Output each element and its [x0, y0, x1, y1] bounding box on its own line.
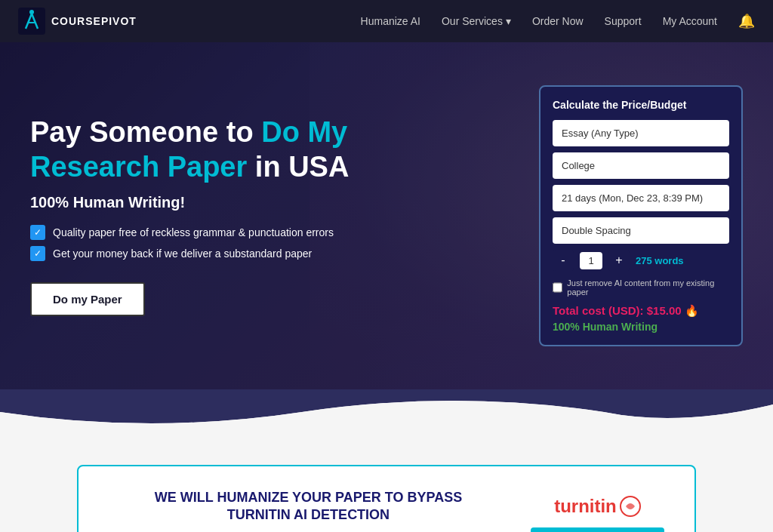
hero-title-part1: Pay Someone to: [30, 116, 261, 148]
decrease-pages-button[interactable]: -: [553, 250, 574, 271]
check-item-1: ✓ Quality paper free of reckless grammar…: [30, 225, 393, 240]
do-my-paper-button[interactable]: Do my Paper: [30, 282, 145, 316]
checkmark-icon-2: ✓: [30, 246, 45, 261]
chevron-down-icon: ▾: [506, 15, 511, 27]
words-count-label: 275 words: [636, 255, 684, 266]
turnitin-logo: turnitin: [554, 496, 641, 517]
checkmark-icon-1: ✓: [30, 225, 45, 240]
nav-our-services[interactable]: Our Services ▾: [442, 15, 511, 27]
humanize-heading: WE WILL HUMANIZE YOUR PAPER TO BYPASS TU…: [109, 489, 508, 524]
price-calculator: Calculate the Price/Budget Essay (Any Ty…: [539, 85, 743, 346]
logo-icon: [18, 8, 45, 35]
humanize-text-block: WE WILL HUMANIZE YOUR PAPER TO BYPASS TU…: [109, 489, 508, 532]
nav-my-account[interactable]: My Account: [663, 15, 717, 27]
nav-links: Humanize AI Our Services ▾ Order Now Sup…: [361, 13, 755, 29]
navbar: COURSEPIVOT Humanize AI Our Services ▾ O…: [0, 0, 773, 42]
ai-removal-checkbox-row: Just remove AI content from my existing …: [553, 278, 729, 297]
hero-text-block: Pay Someone to Do My Research Paper in U…: [30, 115, 393, 315]
hero-checks-list: ✓ Quality paper free of reckless grammar…: [30, 225, 393, 261]
humanize-action-block: turnitin Humanize my Paper: [531, 496, 664, 532]
total-cost-display: Total cost (USD): $15.00 🔥: [553, 304, 729, 318]
page-counter-row: - 1 + 275 words: [553, 250, 729, 271]
calc-title: Calculate the Price/Budget: [553, 99, 729, 111]
nav-order-now[interactable]: Order Now: [532, 15, 584, 27]
ai-removal-label: Just remove AI content from my existing …: [567, 278, 729, 297]
notification-bell-icon[interactable]: 🔔: [738, 13, 755, 29]
spacing-field[interactable]: Double Spacing: [553, 217, 729, 244]
academic-level-field[interactable]: College: [553, 152, 729, 179]
wave-divider: [0, 389, 773, 435]
deadline-field[interactable]: 21 days (Mon, Dec 23, 8:39 PM): [553, 185, 729, 211]
hero-title: Pay Someone to Do My Research Paper in U…: [30, 115, 393, 184]
logo[interactable]: COURSEPIVOT: [18, 8, 137, 35]
turnitin-brand-text: turnitin: [554, 496, 617, 517]
hero-section: Pay Someone to Do My Research Paper in U…: [0, 42, 773, 389]
human-writing-label: 100% Human Writing: [553, 321, 729, 333]
ai-removal-checkbox[interactable]: [553, 282, 562, 293]
check-text-1: Quality paper free of reckless grammar &…: [53, 226, 334, 238]
nav-humanize-ai[interactable]: Humanize AI: [361, 15, 420, 27]
hero-content: Pay Someone to Do My Research Paper in U…: [0, 48, 773, 384]
check-item-2: ✓ Get your money back if we deliver a su…: [30, 246, 393, 261]
turnitin-icon: [620, 496, 641, 517]
hero-subtitle: 100% Human Writing!: [30, 194, 393, 211]
hero-title-part2: in USA: [247, 151, 349, 183]
page-count-value: 1: [580, 252, 602, 269]
nav-support[interactable]: Support: [605, 15, 642, 27]
humanize-card: WE WILL HUMANIZE YOUR PAPER TO BYPASS TU…: [77, 465, 696, 532]
humanize-my-paper-button[interactable]: Humanize my Paper: [531, 527, 664, 532]
bottom-section: WE WILL HUMANIZE YOUR PAPER TO BYPASS TU…: [0, 435, 773, 532]
check-text-2: Get your money back if we deliver a subs…: [53, 248, 312, 260]
logo-text: COURSEPIVOT: [51, 15, 137, 27]
essay-type-field[interactable]: Essay (Any Type): [553, 120, 729, 146]
svg-point-1: [29, 10, 34, 14]
increase-pages-button[interactable]: +: [608, 250, 630, 271]
